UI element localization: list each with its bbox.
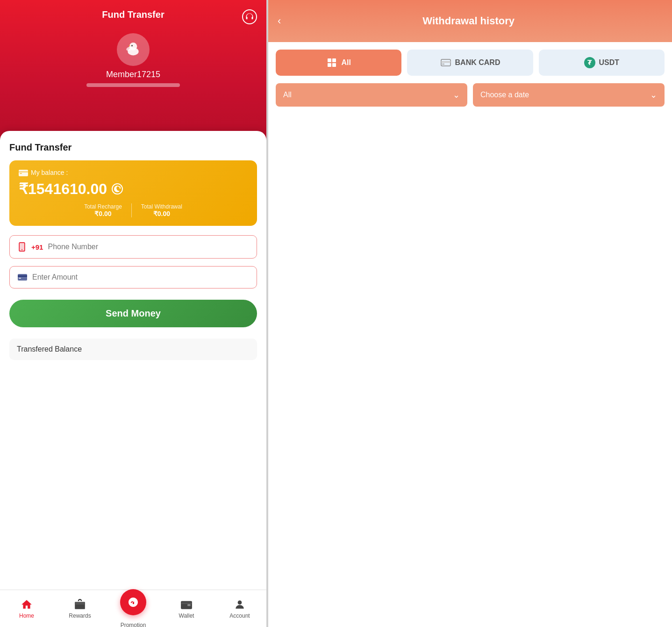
- phone-input[interactable]: [48, 243, 249, 251]
- total-recharge-label: Total Recharge: [84, 203, 122, 210]
- date-filter-label: Choose a date: [480, 91, 529, 99]
- svg-rect-21: [328, 63, 331, 67]
- all-filter-label: All: [283, 91, 292, 99]
- nav-promotion-label: Promotion: [121, 622, 146, 627]
- balance-amount: ₹1541610.00: [19, 180, 107, 198]
- rewards-icon: [74, 598, 86, 611]
- nav-account[interactable]: Account: [226, 598, 254, 619]
- balance-card: My balance : ₹1541610.00 Total Recharge …: [9, 160, 257, 226]
- nav-wallet[interactable]: Wallet: [172, 598, 200, 619]
- refresh-icon[interactable]: [112, 183, 123, 195]
- balance-bar-indicator: [86, 83, 180, 87]
- tab-all-label: All: [341, 58, 350, 67]
- date-filter-dropdown[interactable]: Choose a date ⌄: [473, 83, 665, 107]
- white-card: Fund Transfer My balance : ₹1541610.00: [0, 131, 266, 627]
- phone-input-field[interactable]: +91: [9, 235, 257, 259]
- svg-rect-22: [332, 63, 336, 67]
- svg-point-18: [238, 600, 242, 605]
- bottom-nav: Home Rewards Promotion: [0, 590, 266, 627]
- home-icon: [21, 598, 33, 611]
- fund-transfer-card-title: Fund Transfer: [9, 142, 257, 153]
- all-grid-icon: [326, 57, 337, 68]
- balance-label-text: My balance :: [31, 169, 68, 176]
- balance-divider-row: Total Recharge ₹0.00 Total Withdrawal ₹0…: [19, 203, 248, 217]
- left-header: Fund Transfer: [0, 0, 266, 145]
- usdt-icon: ₮: [584, 57, 595, 68]
- left-header-title: Fund Transfer: [102, 9, 164, 20]
- phone-prefix: +91: [31, 243, 43, 251]
- avatar-area: Member17215: [86, 33, 180, 87]
- svg-rect-11: [18, 275, 27, 277]
- total-withdrawal-label: Total Withdrawal: [141, 203, 182, 210]
- nav-rewards[interactable]: Rewards: [66, 598, 94, 619]
- right-header: ‹ Withdrawal history: [268, 0, 672, 42]
- svg-rect-25: [442, 64, 444, 65]
- withdrawal-history-screen: ‹ Withdrawal history All: [268, 0, 672, 627]
- svg-rect-17: [181, 602, 192, 604]
- wallet-icon: [180, 598, 193, 611]
- balance-label: My balance :: [19, 169, 248, 176]
- total-withdrawal-stat: Total Withdrawal ₹0.00: [141, 203, 182, 217]
- send-money-button[interactable]: Send Money: [9, 300, 257, 327]
- avatar: [117, 33, 150, 66]
- total-recharge-stat: Total Recharge ₹0.00: [84, 203, 122, 217]
- header-top: Fund Transfer: [0, 6, 266, 24]
- member-name: Member17215: [106, 70, 160, 79]
- nav-home-label: Home: [19, 613, 34, 619]
- balance-divider: [131, 203, 132, 217]
- all-filter-dropdown[interactable]: All ⌄: [276, 83, 467, 107]
- balance-amount-row: ₹1541610.00: [19, 180, 248, 198]
- nav-home[interactable]: Home: [13, 598, 41, 619]
- svg-rect-14: [75, 602, 85, 604]
- svg-point-3: [131, 45, 133, 46]
- svg-rect-20: [332, 58, 336, 62]
- transferred-label: Transfered Balance: [17, 345, 82, 353]
- svg-rect-5: [19, 171, 28, 173]
- support-icon[interactable]: [242, 9, 257, 24]
- svg-rect-19: [328, 58, 331, 62]
- promotion-button[interactable]: [120, 589, 146, 615]
- total-withdrawal-value: ₹0.00: [153, 210, 170, 217]
- amount-input-field[interactable]: [9, 266, 257, 288]
- filter-tabs: All BANK CARD ₮ USDT: [268, 42, 672, 83]
- back-button[interactable]: ‹: [278, 15, 281, 27]
- transferred-section: Transfered Balance: [9, 339, 257, 360]
- svg-rect-10: [18, 274, 27, 281]
- dropdowns-row: All ⌄ Choose a date ⌄: [268, 83, 672, 114]
- account-icon: [234, 598, 246, 611]
- withdrawal-history-title: Withdrawal history: [288, 15, 649, 27]
- total-recharge-value: ₹0.00: [94, 210, 111, 217]
- tab-usdt[interactable]: ₮ USDT: [539, 50, 665, 76]
- svg-rect-24: [441, 61, 450, 63]
- svg-point-9: [21, 249, 22, 250]
- history-empty-area: [268, 114, 672, 627]
- date-filter-chevron: ⌄: [650, 90, 657, 100]
- svg-rect-6: [20, 173, 22, 174]
- nav-account-label: Account: [229, 613, 250, 619]
- bank-card-icon: [440, 57, 451, 68]
- phone-icon: [17, 242, 27, 252]
- svg-rect-12: [19, 278, 21, 279]
- all-filter-chevron: ⌄: [453, 90, 460, 100]
- amount-icon: [17, 273, 28, 281]
- svg-rect-16: [187, 604, 191, 605]
- tab-usdt-label: USDT: [599, 58, 620, 67]
- amount-input[interactable]: [32, 273, 249, 281]
- nav-rewards-label: Rewards: [69, 613, 91, 619]
- fund-transfer-screen: Fund Transfer: [0, 0, 266, 627]
- nav-wallet-label: Wallet: [179, 613, 194, 619]
- promotion-icon: [127, 596, 140, 609]
- tab-all[interactable]: All: [276, 50, 401, 76]
- nav-promotion[interactable]: Promotion: [119, 589, 147, 627]
- tab-bank-card[interactable]: BANK CARD: [407, 50, 533, 76]
- tab-bank-card-label: BANK CARD: [455, 58, 500, 67]
